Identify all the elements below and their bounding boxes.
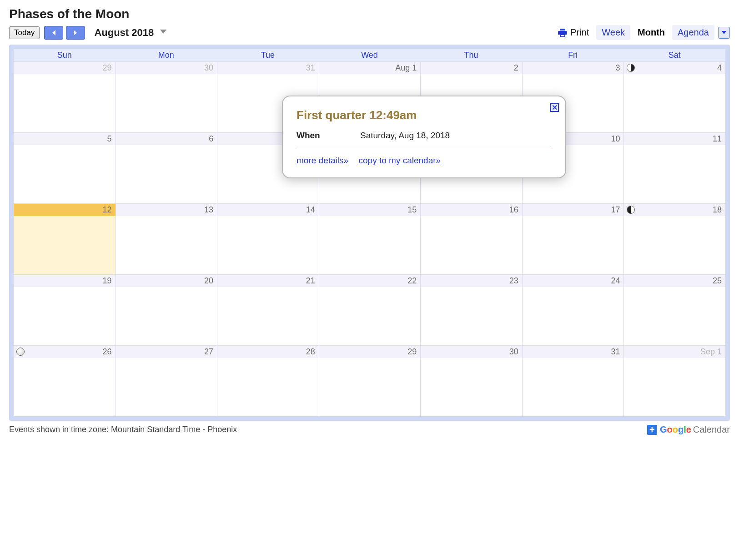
calendar-cell[interactable]: 20 — [116, 274, 217, 345]
date-label: 30 — [116, 62, 217, 74]
calendar-cell[interactable]: 11 — [623, 132, 725, 203]
calendar-cell[interactable]: 29 — [319, 345, 421, 416]
chevron-down-icon — [722, 31, 726, 34]
more-details-link[interactable]: more details» — [297, 156, 348, 165]
date-label: 29 — [319, 346, 421, 358]
toolbar: Today August 2018 Print Week Month Agend… — [9, 25, 730, 40]
calendar-cell[interactable]: 30 — [420, 345, 522, 416]
print-label: Print — [570, 27, 589, 38]
popup-when-value: Saturday, Aug 18, 2018 — [360, 131, 450, 141]
calendar-week: 19202122232425 — [14, 274, 725, 345]
date-label: 28 — [217, 346, 319, 358]
calendar-cell[interactable]: 26 — [14, 345, 116, 416]
calendar-cell[interactable]: 14 — [217, 203, 319, 274]
weekday-label: Sat — [623, 49, 725, 61]
weekday-label: Mon — [116, 49, 217, 61]
date-label: 18 — [624, 204, 725, 216]
date-label: 24 — [523, 275, 624, 287]
calendar-cell[interactable]: 5 — [14, 132, 116, 203]
google-logo: Google — [660, 424, 691, 435]
moon-phase-icon[interactable] — [16, 348, 25, 356]
calendar-cell[interactable]: 15 — [319, 203, 421, 274]
chevron-left-icon — [51, 30, 56, 36]
timezone-text: Events shown in time zone: Mountain Stan… — [9, 425, 237, 434]
calendar-cell[interactable]: 4 — [623, 61, 725, 132]
date-label: Aug 1 — [319, 62, 421, 74]
print-button[interactable]: Print — [557, 27, 589, 38]
calendar-cell[interactable]: 28 — [217, 345, 319, 416]
next-month-button[interactable] — [66, 26, 85, 40]
today-button[interactable]: Today — [9, 26, 40, 39]
month-label: August 2018 — [94, 27, 154, 39]
date-label: 13 — [116, 204, 217, 216]
calendar-cell[interactable]: 23 — [420, 274, 522, 345]
date-label: 5 — [14, 133, 116, 145]
tab-agenda[interactable]: Agenda — [672, 25, 714, 40]
page-title: Phases of the Moon — [9, 7, 730, 21]
date-label: 26 — [14, 346, 116, 358]
calendar-cell[interactable]: 12 — [14, 203, 116, 274]
popup-when-label: When — [297, 131, 360, 141]
weekday-label: Sun — [14, 49, 116, 61]
date-label: 29 — [14, 62, 116, 74]
date-label: 27 — [116, 346, 217, 358]
calendar-cell[interactable]: 30 — [116, 61, 217, 132]
calendar-cell[interactable]: Sep 1 — [623, 345, 725, 416]
copy-to-calendar-link[interactable]: copy to my calendar» — [359, 156, 441, 165]
weekday-label: Wed — [319, 49, 421, 61]
calendar-cell[interactable]: 13 — [116, 203, 217, 274]
view-options-dropdown[interactable] — [718, 27, 730, 39]
chevron-right-icon — [73, 30, 78, 36]
footer: Events shown in time zone: Mountain Stan… — [9, 424, 730, 435]
weekday-header: SunMonTueWedThuFriSat — [14, 49, 725, 61]
weekday-label: Fri — [522, 49, 624, 61]
date-label: 19 — [14, 275, 116, 287]
date-label: Sep 1 — [624, 346, 725, 358]
calendar-cell[interactable]: 25 — [623, 274, 725, 345]
calendar-cell[interactable]: 16 — [420, 203, 522, 274]
date-label: 22 — [319, 275, 421, 287]
google-calendar-button[interactable]: + Google Calendar — [647, 424, 730, 435]
calendar-text: Calendar — [693, 424, 730, 435]
event-popup: ✕ First quarter 12:49am When Saturday, A… — [282, 96, 566, 178]
date-label: 11 — [624, 133, 725, 145]
date-label: 25 — [624, 275, 725, 287]
calendar-cell[interactable]: 6 — [116, 132, 217, 203]
tab-week[interactable]: Week — [596, 25, 630, 40]
prev-month-button[interactable] — [44, 26, 63, 40]
popup-divider — [297, 149, 552, 149]
calendar-week: 12131415161718 — [14, 203, 725, 274]
date-label: 31 — [217, 62, 319, 74]
date-label: 31 — [523, 346, 624, 358]
date-label: 15 — [319, 204, 421, 216]
weekday-label: Thu — [420, 49, 522, 61]
calendar-cell[interactable]: 24 — [522, 274, 624, 345]
date-label: 20 — [116, 275, 217, 287]
calendar-cell[interactable]: 17 — [522, 203, 624, 274]
close-button[interactable]: ✕ — [550, 103, 559, 112]
calendar-week: 262728293031Sep 1 — [14, 345, 725, 416]
printer-icon — [557, 27, 568, 38]
date-label: 6 — [116, 133, 217, 145]
month-dropdown-icon[interactable] — [160, 30, 166, 34]
calendar-cell[interactable]: 31 — [522, 345, 624, 416]
date-label: 2 — [421, 62, 522, 74]
date-label: 4 — [624, 62, 725, 74]
date-label: 12 — [14, 204, 116, 216]
calendar-cell[interactable]: 29 — [14, 61, 116, 132]
calendar-cell[interactable]: 19 — [14, 274, 116, 345]
calendar-cell[interactable]: 22 — [319, 274, 421, 345]
calendar-cell[interactable]: 18 — [623, 203, 725, 274]
date-label: 30 — [421, 346, 522, 358]
tab-month[interactable]: Month — [632, 25, 670, 40]
date-label: 16 — [421, 204, 522, 216]
weekday-label: Tue — [217, 49, 319, 61]
calendar-cell[interactable]: 21 — [217, 274, 319, 345]
date-label: 17 — [523, 204, 624, 216]
calendar-cell[interactable]: 27 — [116, 345, 217, 416]
date-label: 21 — [217, 275, 319, 287]
date-label: 14 — [217, 204, 319, 216]
popup-title: First quarter 12:49am — [297, 108, 552, 122]
date-label: 3 — [523, 62, 624, 74]
plus-icon: + — [647, 425, 657, 435]
